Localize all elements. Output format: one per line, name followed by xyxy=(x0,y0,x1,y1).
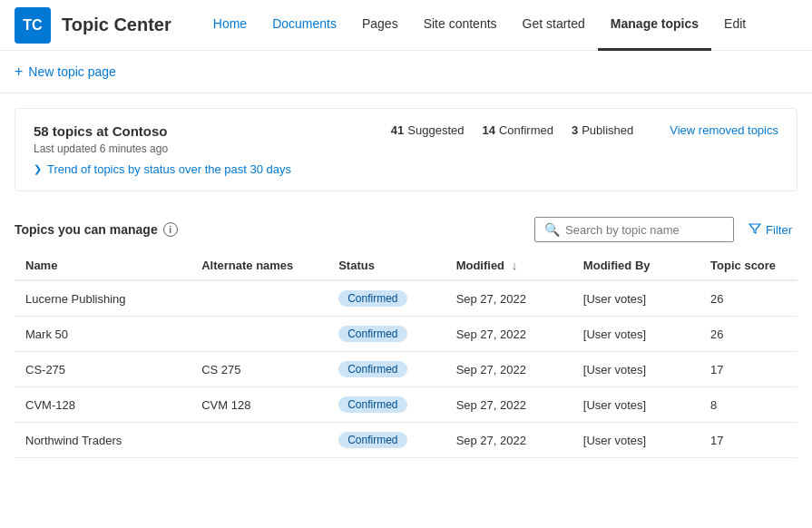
cell-modified: Sep 27, 2022 xyxy=(445,317,572,352)
cell-status: Confirmed xyxy=(328,423,445,458)
search-filter-group: 🔍 Filter xyxy=(534,217,797,242)
new-topic-button[interactable]: + New topic page xyxy=(15,60,116,83)
search-box[interactable]: 🔍 xyxy=(534,217,734,242)
cell-modified_by: [User votes] xyxy=(572,352,699,387)
cell-topic_score: 17 xyxy=(699,423,797,458)
stats-title: 58 topics at Contoso xyxy=(34,123,355,139)
cell-name: Lucerne Publishing xyxy=(15,280,191,317)
stats-card: 58 topics at Contoso Last updated 6 minu… xyxy=(15,108,797,191)
topics-title-group: Topics you can manage i xyxy=(15,222,178,237)
nav-documents[interactable]: Documents xyxy=(259,0,349,51)
stat-published: 3Published xyxy=(572,123,633,137)
nav-site-contents[interactable]: Site contents xyxy=(411,0,510,51)
cell-alt_names xyxy=(191,423,328,458)
trend-link[interactable]: ❯ Trend of topics by status over the pas… xyxy=(34,162,355,176)
status-badge: Confirmed xyxy=(338,432,406,448)
table-row[interactable]: Mark 50ConfirmedSep 27, 2022[User votes]… xyxy=(15,317,797,352)
suggested-label: Suggested xyxy=(407,123,464,137)
cell-status: Confirmed xyxy=(328,352,445,387)
cell-modified_by: [User votes] xyxy=(572,317,699,352)
status-badge: Confirmed xyxy=(338,361,406,377)
cell-modified: Sep 27, 2022 xyxy=(445,423,572,458)
nav-edit[interactable]: Edit xyxy=(711,0,758,51)
info-icon[interactable]: i xyxy=(163,222,178,237)
col-header-modified-by: Modified By xyxy=(572,251,699,280)
nav-manage-topics[interactable]: Manage topics xyxy=(598,0,711,51)
status-badge: Confirmed xyxy=(338,396,406,413)
confirmed-label: Confirmed xyxy=(499,123,553,137)
cell-topic_score: 17 xyxy=(699,352,797,387)
col-header-topic-score: Topic score xyxy=(699,251,797,280)
cell-topic_score: 8 xyxy=(699,387,797,423)
stats-section: 58 topics at Contoso Last updated 6 minu… xyxy=(0,93,812,206)
col-header-status: Status xyxy=(328,251,445,280)
nav-get-started[interactable]: Get started xyxy=(510,0,598,51)
cell-status: Confirmed xyxy=(328,280,445,317)
cell-alt_names: CS 275 xyxy=(191,352,328,387)
header: TC Topic Center Home Documents Pages Sit… xyxy=(0,0,812,51)
stats-updated: Last updated 6 minutes ago xyxy=(34,142,355,155)
view-removed-link[interactable]: View removed topics xyxy=(670,123,778,137)
cell-modified: Sep 27, 2022 xyxy=(445,387,572,423)
topics-table: Name Alternate names Status Modified ↓ M… xyxy=(15,251,797,458)
table-body: Lucerne PublishingConfirmedSep 27, 2022[… xyxy=(15,280,797,458)
search-input[interactable] xyxy=(565,223,724,237)
cell-topic_score: 26 xyxy=(699,280,797,317)
search-icon: 🔍 xyxy=(544,222,560,237)
filter-icon xyxy=(748,222,761,238)
stats-right: View removed topics xyxy=(670,123,778,137)
logo-initials: TC xyxy=(23,17,42,34)
chevron-right-icon: ❯ xyxy=(34,163,42,175)
table-row[interactable]: CS-275CS 275ConfirmedSep 27, 2022[User v… xyxy=(15,352,797,387)
table-header: Name Alternate names Status Modified ↓ M… xyxy=(15,251,797,280)
cell-status: Confirmed xyxy=(328,317,445,352)
toolbar: + New topic page xyxy=(0,51,812,93)
table-row[interactable]: CVM-128CVM 128ConfirmedSep 27, 2022[User… xyxy=(15,387,797,423)
nav-home[interactable]: Home xyxy=(201,0,259,51)
published-label: Published xyxy=(582,123,633,137)
cell-alt_names xyxy=(191,317,328,352)
cell-alt_names: CVM 128 xyxy=(191,387,328,423)
suggested-count: 41 xyxy=(391,123,404,137)
site-title: Topic Center xyxy=(62,15,171,35)
table-row[interactable]: Northwind TradersConfirmedSep 27, 2022[U… xyxy=(15,423,797,458)
plus-icon: + xyxy=(15,64,23,80)
status-badge: Confirmed xyxy=(338,326,406,342)
stat-suggested: 41Suggested xyxy=(391,123,465,137)
nav: Home Documents Pages Site contents Get s… xyxy=(201,0,758,51)
stat-confirmed: 14Confirmed xyxy=(483,123,553,137)
confirmed-count: 14 xyxy=(483,123,495,137)
logo: TC xyxy=(15,7,51,44)
col-header-name: Name xyxy=(15,251,191,280)
col-header-modified[interactable]: Modified ↓ xyxy=(445,251,572,280)
nav-pages[interactable]: Pages xyxy=(349,0,411,51)
cell-status: Confirmed xyxy=(328,387,445,423)
filter-button[interactable]: Filter xyxy=(743,219,797,241)
cell-name: CVM-128 xyxy=(15,387,191,423)
cell-name: CS-275 xyxy=(15,352,191,387)
trend-label: Trend of topics by status over the past … xyxy=(47,162,291,176)
cell-topic_score: 26 xyxy=(699,317,797,352)
cell-name: Mark 50 xyxy=(15,317,191,352)
cell-modified_by: [User votes] xyxy=(572,280,699,317)
status-badge: Confirmed xyxy=(338,290,406,307)
cell-modified: Sep 27, 2022 xyxy=(445,280,572,317)
topics-header: Topics you can manage i 🔍 Filter xyxy=(15,206,797,251)
filter-label: Filter xyxy=(766,223,792,237)
sort-arrow-icon: ↓ xyxy=(512,259,518,272)
cell-alt_names xyxy=(191,280,328,317)
stats-left: 58 topics at Contoso Last updated 6 minu… xyxy=(34,123,355,176)
topics-you-can-manage-label: Topics you can manage xyxy=(15,222,158,237)
table-row[interactable]: Lucerne PublishingConfirmedSep 27, 2022[… xyxy=(15,280,797,317)
new-topic-label: New topic page xyxy=(28,64,116,79)
published-count: 3 xyxy=(572,123,578,137)
col-header-alt-names: Alternate names xyxy=(191,251,328,280)
stats-center: 41Suggested 14Confirmed 3Published xyxy=(355,123,670,137)
cell-modified_by: [User votes] xyxy=(572,423,699,458)
cell-modified: Sep 27, 2022 xyxy=(445,352,572,387)
cell-modified_by: [User votes] xyxy=(572,387,699,423)
topics-section: Topics you can manage i 🔍 Filter N xyxy=(0,206,812,458)
cell-name: Northwind Traders xyxy=(15,423,191,458)
